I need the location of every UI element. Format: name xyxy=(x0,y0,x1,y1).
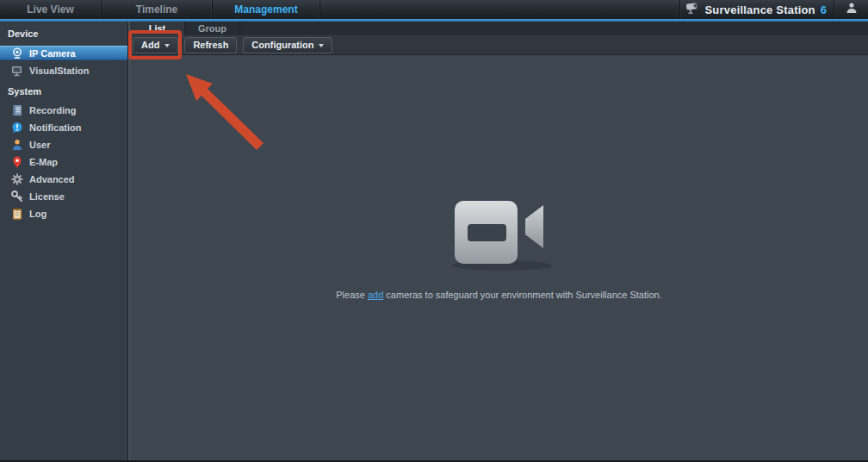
account-menu-button[interactable] xyxy=(834,0,868,19)
chevron-down-icon xyxy=(164,44,170,47)
sidebar-item-advanced[interactable]: Advanced xyxy=(0,171,127,188)
sidebar-item-user[interactable]: User xyxy=(0,136,127,153)
user-silhouette-icon xyxy=(846,2,858,17)
sidebar-item-label: User xyxy=(29,140,50,150)
key-icon xyxy=(11,190,23,203)
camera-toolbar: Add Refresh Configuration xyxy=(130,35,868,55)
sidebar-item-label: License xyxy=(29,191,65,202)
sidebar-item-ip-camera[interactable]: IP Camera xyxy=(0,46,127,60)
nav-tab-timeline[interactable]: Timeline xyxy=(102,0,213,19)
sidebar-item-label: Advanced xyxy=(29,174,75,184)
gear-icon xyxy=(11,173,23,185)
sidebar-item-visualstation[interactable]: VisualStation xyxy=(0,62,127,79)
add-cameras-link[interactable]: add xyxy=(368,290,383,300)
tab-group[interactable]: Group xyxy=(185,22,240,35)
webcam-icon xyxy=(11,47,23,59)
sidebar-item-log[interactable]: Log xyxy=(0,205,127,222)
empty-state-message: Please add cameras to safeguard your env… xyxy=(336,290,662,300)
configuration-button-label: Configuration xyxy=(251,40,313,50)
person-icon xyxy=(11,139,23,151)
video-camera-illustration xyxy=(444,196,554,278)
exclamation-bubble-icon xyxy=(11,122,23,134)
refresh-button[interactable]: Refresh xyxy=(184,37,237,53)
sidebar-item-label: Log xyxy=(29,209,46,219)
sidebar-section-system: System xyxy=(0,79,127,102)
nav-tab-live-view[interactable]: Live View xyxy=(0,0,102,19)
clipboard-icon xyxy=(11,208,23,220)
sidebar-item-label: Recording xyxy=(29,105,76,116)
sidebar-item-label: IP Camera xyxy=(29,48,76,59)
message-suffix: cameras to safeguard your environment wi… xyxy=(383,290,661,300)
topbar-spacer xyxy=(320,0,679,19)
cctv-camera-icon xyxy=(685,2,700,18)
main-panel: List Group Add Refresh Configuration xyxy=(130,22,868,460)
sidebar-item-e-map[interactable]: E-Map xyxy=(0,153,127,171)
camera-list-empty-state: Please add cameras to safeguard your env… xyxy=(130,55,868,460)
notebook-icon xyxy=(11,104,23,116)
monitor-icon xyxy=(11,65,23,77)
map-pin-icon xyxy=(11,156,23,168)
sidebar-item-label: Notification xyxy=(29,122,82,133)
sidebar-section-device: Device xyxy=(0,22,127,44)
app-version: 6 xyxy=(821,3,827,16)
sidebar-item-license[interactable]: License xyxy=(0,188,127,205)
sidebar-item-label: VisualStation xyxy=(29,66,89,76)
sidebar-item-label: E-Map xyxy=(29,157,58,167)
view-tabbar: List Group xyxy=(130,22,868,35)
add-button[interactable]: Add xyxy=(133,37,178,53)
nav-tab-management[interactable]: Management xyxy=(213,0,320,19)
configuration-button[interactable]: Configuration xyxy=(243,37,332,53)
chevron-down-icon xyxy=(319,44,324,47)
app-branding: Surveillance Station 6 xyxy=(679,0,834,19)
sidebar-item-recording[interactable]: Recording xyxy=(0,102,127,119)
sidebar-item-notification[interactable]: Notification xyxy=(0,119,127,136)
refresh-button-label: Refresh xyxy=(193,40,228,50)
sidebar: Device IP Camera xyxy=(0,22,127,460)
tab-list[interactable]: List xyxy=(130,22,185,35)
message-prefix: Please xyxy=(336,290,368,300)
add-button-label: Add xyxy=(141,40,159,50)
app-title: Surveillance Station xyxy=(705,3,815,16)
surveillance-station-window: Live View Timeline Management Surveillan… xyxy=(0,0,868,462)
top-navigation-bar: Live View Timeline Management Surveillan… xyxy=(0,0,868,19)
